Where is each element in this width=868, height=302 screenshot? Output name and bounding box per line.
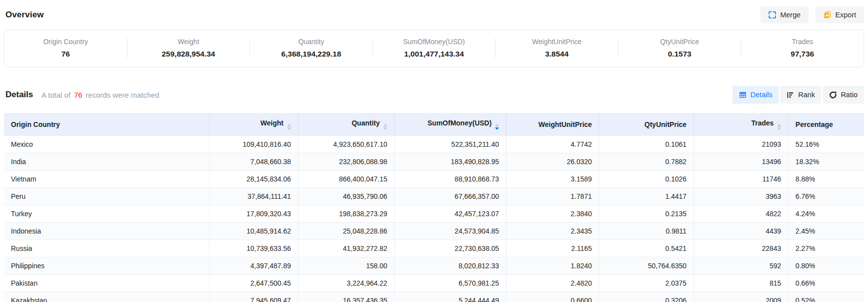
cell-percentage: 2.27% <box>788 240 864 257</box>
cell-quantity: 866,400,047.15 <box>298 171 394 188</box>
cell-percentage: 0.80% <box>788 257 864 275</box>
cell-percentage: 2.45% <box>788 223 864 240</box>
cell-qtyunitprice: 0.1026 <box>599 171 694 188</box>
cell-origin-country: India <box>4 153 209 171</box>
cell-weightunitprice: 26.0320 <box>506 153 599 171</box>
table-row-vietnam: Vietnam28,145,834.06866,400,047.1588,910… <box>4 171 864 188</box>
column-label: SumOfMoney(USD) <box>428 119 492 127</box>
stat-value: 1,001,477,143.34 <box>373 50 496 59</box>
merge-button[interactable]: Merge <box>760 6 808 23</box>
sort-icon[interactable] <box>495 124 499 130</box>
records-summary: A total of 76 records were matched <box>42 91 159 99</box>
cell-quantity: 3,224,964.22 <box>298 275 394 292</box>
cell-sumofmoney-usd: 8,020,812.33 <box>394 257 506 275</box>
cell-quantity: 198,838,273.29 <box>298 205 394 223</box>
stat-value: 76 <box>4 50 127 59</box>
page: Overview Merge <box>0 0 868 302</box>
table-header-row: Origin CountryWeightQuantitySumOfMoney(U… <box>4 113 864 136</box>
cell-qtyunitprice: 50,764.6350 <box>599 257 694 275</box>
stat-label: WeightUnitPrice <box>496 38 618 46</box>
cell-percentage: 52.16% <box>788 136 864 153</box>
sort-caret-up <box>383 124 387 126</box>
cell-weightunitprice: 4.7742 <box>506 136 599 153</box>
sort-caret-down <box>777 127 781 130</box>
sort-icon[interactable] <box>777 124 781 130</box>
cell-origin-country: Kazakhstan <box>4 292 209 302</box>
cell-quantity: 41,932,272.82 <box>298 240 394 257</box>
cell-origin-country: Russia <box>4 240 209 257</box>
details-title: Details <box>5 90 33 100</box>
table-icon <box>739 91 746 99</box>
column-header-percentage: Percentage <box>788 113 864 136</box>
cell-quantity: 16,357,436.35 <box>298 292 394 302</box>
cell-origin-country: Pakistan <box>4 275 209 292</box>
cell-weightunitprice: 1.7871 <box>506 188 599 205</box>
stat-origin-country: Origin Country76 <box>4 38 127 59</box>
sort-caret-up <box>287 124 291 126</box>
cell-sumofmoney-usd: 522,351,211.40 <box>394 136 506 153</box>
column-label: WeightUnitPrice <box>539 121 592 128</box>
sort-icon[interactable] <box>287 124 291 130</box>
column-label: Quantity <box>352 119 380 127</box>
topbar-actions: Merge Export <box>760 6 864 23</box>
column-header-trades[interactable]: Trades <box>694 113 789 136</box>
cell-qtyunitprice: 1.4417 <box>599 188 694 205</box>
tab-rank[interactable]: Rank <box>780 86 821 104</box>
table-row-peru: Peru37,864,111.4146,935,790.0667,666,357… <box>4 188 864 205</box>
column-header-origin-country: Origin Country <box>4 113 209 136</box>
cell-weightunitprice: 3.1589 <box>506 171 599 188</box>
cell-weightunitprice: 2.3840 <box>506 205 599 223</box>
stat-value: 97,736 <box>741 50 864 59</box>
cell-weightunitprice: 0.6600 <box>506 292 599 302</box>
bar-chart-icon <box>787 91 794 99</box>
stat-weightunitprice: WeightUnitPrice3.8544 <box>495 38 618 59</box>
cell-sumofmoney-usd: 183,490,828.95 <box>394 153 506 171</box>
cell-qtyunitprice: 0.3206 <box>599 292 694 302</box>
tab-details[interactable]: Details <box>733 86 779 104</box>
cell-percentage: 0.52% <box>788 292 864 302</box>
cell-qtyunitprice: 0.1061 <box>599 136 694 153</box>
column-header-sumofmoney-usd[interactable]: SumOfMoney(USD) <box>394 113 506 136</box>
column-label: Weight <box>260 119 283 127</box>
sort-icon[interactable] <box>383 124 387 130</box>
stat-label: QtyUnitPrice <box>619 38 741 46</box>
cell-trades: 21093 <box>694 136 789 153</box>
column-header-weightunitprice: WeightUnitPrice <box>506 113 599 136</box>
cell-weight: 2,647,500.45 <box>209 275 298 292</box>
cell-qtyunitprice: 0.9811 <box>599 223 694 240</box>
cell-origin-country: Peru <box>4 188 209 205</box>
cell-percentage: 4.24% <box>788 205 864 223</box>
cell-origin-country: Turkey <box>4 205 209 223</box>
tab-label: Ratio <box>841 91 858 99</box>
column-header-quantity[interactable]: Quantity <box>298 113 394 136</box>
details-bar: Details A total of 76 records were match… <box>4 86 864 104</box>
cell-weight: 7,945,609.47 <box>209 292 298 302</box>
cell-weight: 109,410,816.40 <box>209 136 298 153</box>
cell-percentage: 6.76% <box>788 188 864 205</box>
export-button[interactable]: Export <box>815 6 864 23</box>
column-header-weight[interactable]: Weight <box>209 113 298 136</box>
details-table: Origin CountryWeightQuantitySumOfMoney(U… <box>4 113 864 302</box>
export-button-label: Export <box>835 11 856 19</box>
stat-label: Weight <box>127 38 250 46</box>
cell-qtyunitprice: 0.2135 <box>599 205 694 223</box>
topbar: Overview Merge <box>4 6 864 23</box>
column-header-qtyunitprice: QtyUnitPrice <box>599 113 694 136</box>
cell-trades: 2009 <box>694 292 789 302</box>
column-label: Percentage <box>796 121 833 128</box>
column-label: Trades <box>751 119 774 127</box>
cell-weightunitprice: 2.1165 <box>506 240 599 257</box>
cell-sumofmoney-usd: 67,666,357.00 <box>394 188 506 205</box>
cell-origin-country: Vietnam <box>4 171 209 188</box>
table-row-indonesia: Indonesia10,485,914.6225,048,228.8624,57… <box>4 223 864 240</box>
cell-origin-country: Indonesia <box>4 223 209 240</box>
cell-weight: 7,048,660.38 <box>209 153 298 171</box>
cell-sumofmoney-usd: 5,244,444.49 <box>394 292 506 302</box>
page-title: Overview <box>5 10 44 20</box>
column-label: Origin Country <box>11 121 60 128</box>
cell-trades: 22843 <box>694 240 789 257</box>
cell-trades: 11746 <box>694 171 789 188</box>
cell-trades: 3963 <box>694 188 789 205</box>
cell-origin-country: Philippines <box>4 257 209 275</box>
tab-ratio[interactable]: Ratio <box>823 86 864 104</box>
